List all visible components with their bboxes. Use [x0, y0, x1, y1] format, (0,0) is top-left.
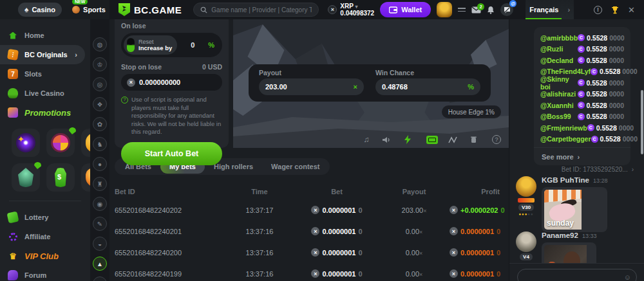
- chat-username[interactable]: KGB PuhTine: [542, 176, 589, 184]
- game-icon-2[interactable]: ♔: [93, 57, 107, 71]
- sidebar-item-home[interactable]: Home: [0, 26, 90, 45]
- winner-row[interactable]: @Boss99C0.55280000: [540, 111, 624, 123]
- reset-increase-toggle[interactable]: Reset Increase by: [124, 35, 177, 55]
- turbo-bolt-icon[interactable]: [404, 135, 416, 144]
- scrollbar[interactable]: [641, 90, 643, 154]
- table-row[interactable]: 65520168482240199 13:37:16 ×0.00000010 0…: [115, 263, 500, 281]
- avatar[interactable]: [516, 176, 536, 197]
- winner-row[interactable]: @RuzliC0.55280000: [540, 44, 624, 55]
- bc-shield-icon: [118, 3, 130, 16]
- chat-time: 13:28: [593, 177, 608, 184]
- user-avatar[interactable]: [437, 2, 452, 17]
- top-bar: ♠ Casino NEW Sports BC.GAME × XRP ▾ 0.: [0, 0, 644, 19]
- chat-toggle-button[interactable]: @: [500, 3, 513, 16]
- winner-row[interactable]: @XuannhiC0.55280000: [540, 100, 624, 111]
- tab-wager-contest[interactable]: Wager contest: [262, 159, 328, 174]
- trends-icon[interactable]: [448, 136, 460, 143]
- promo-spin-tile[interactable]: [12, 129, 40, 157]
- logo[interactable]: BC.GAME: [118, 3, 182, 16]
- info-icon[interactable]: !: [594, 6, 602, 14]
- table-row[interactable]: 65520168482240200 13:37:16 ×0.00000010 0…: [115, 242, 500, 263]
- promo-bonus-tile[interactable]: [46, 163, 75, 192]
- sidebar-item-slots[interactable]: 7 Slots: [0, 64, 90, 84]
- coin-icon: ×: [127, 78, 135, 87]
- sports-label: Sports: [83, 6, 106, 14]
- game-icon-6[interactable]: ♞: [93, 137, 107, 151]
- coin-icon: ×: [311, 206, 319, 214]
- search-icon: [200, 6, 207, 14]
- bcd-coin-icon: C: [591, 136, 598, 143]
- game-icon-rocket-active[interactable]: ▲: [93, 257, 107, 271]
- table-row[interactable]: 65520168482240202 13:37:17 ×0.00000010 2…: [115, 199, 500, 221]
- bcd-coin-icon: C: [578, 34, 585, 41]
- sidebar-item-label: BC Originals: [24, 51, 68, 59]
- start-auto-bet-button[interactable]: Start Auto Bet: [121, 142, 222, 165]
- increase-value[interactable]: 0: [177, 41, 208, 49]
- promo-wheel-tile[interactable]: [46, 129, 75, 157]
- winner-row[interactable]: @alishiraziC0.55280000: [540, 89, 624, 100]
- game-icon-7[interactable]: ●: [93, 157, 107, 171]
- game-icon-13[interactable]: ♣: [93, 276, 107, 281]
- game-icon-9[interactable]: ◉: [93, 197, 107, 211]
- menu-lines-icon[interactable]: [458, 8, 466, 12]
- win-chance-field[interactable]: 0.48768 %: [375, 78, 480, 95]
- game-icon-3[interactable]: ◎: [93, 77, 107, 91]
- game-icon-10[interactable]: ✎: [93, 217, 107, 231]
- casino-tab[interactable]: ♠ Casino: [18, 3, 62, 17]
- winner-row[interactable]: @amirbbbbC0.55280000: [540, 32, 624, 44]
- help-circle-icon[interactable]: ?: [492, 135, 504, 144]
- avatar[interactable]: [516, 231, 536, 252]
- payout-field[interactable]: 203.00 ×: [259, 78, 364, 95]
- see-more-button[interactable]: See more›: [534, 147, 630, 165]
- bet-id: 65520168482240200: [115, 249, 224, 257]
- bell-icon[interactable]: [487, 6, 495, 14]
- game-icon-1[interactable]: ◍: [93, 37, 107, 51]
- language-selector[interactable]: Français ›: [526, 0, 574, 19]
- chat-image[interactable]: sunday: [542, 187, 607, 232]
- on-lose-label: On lose: [121, 22, 222, 30]
- winner-row[interactable]: @DeclandC0.55280000: [540, 55, 624, 66]
- game-icon-4[interactable]: ❖: [93, 97, 107, 111]
- wallet-button[interactable]: Wallet: [380, 2, 431, 17]
- promotions-label: Promotions: [24, 108, 71, 118]
- bets-table: Bet ID Time Bet Payout Profit 6552016848…: [115, 184, 500, 281]
- winner-row[interactable]: @FrmjenriewbC0.55280000: [540, 122, 624, 134]
- sidebar-item-live-casino[interactable]: Live Casino: [0, 84, 90, 103]
- sidebar-item-vip-club[interactable]: ♛ VIP Club: [0, 246, 90, 266]
- game-icon-11[interactable]: ◒: [93, 237, 107, 251]
- sound-icon[interactable]: [383, 136, 394, 143]
- music-icon[interactable]: ♫: [361, 135, 372, 144]
- sidebar-item-forum[interactable]: Forum: [0, 266, 90, 281]
- emoji-icon[interactable]: ☺: [624, 273, 631, 281]
- col-bet: Bet: [295, 188, 379, 195]
- logo-text: BC.GAME: [134, 5, 182, 15]
- game-icon-8[interactable]: ♜: [93, 177, 107, 191]
- hotkeys-icon[interactable]: [426, 135, 438, 144]
- seed-icon[interactable]: [470, 136, 482, 143]
- search-input[interactable]: [211, 6, 312, 14]
- topbar-right: × XRP ▾ 0.04098372 Wallet 2: [328, 0, 644, 19]
- sports-tab[interactable]: NEW Sports: [66, 3, 112, 17]
- winner-row[interactable]: @Skinny boiC0.55280000: [540, 77, 624, 89]
- winner-row[interactable]: @CarpetbeggerC0.55280000: [540, 134, 624, 145]
- chat-input[interactable]: ☺: [517, 269, 637, 281]
- payout-value: 203.00: [265, 83, 287, 91]
- sidebar-item-affiliate[interactable]: Affiliate: [0, 227, 90, 246]
- bet-time: 13:37:16: [224, 270, 295, 278]
- bet-id-link[interactable]: Bet ID: 17335292520...›: [562, 166, 634, 173]
- sidebar-item-bc-originals[interactable]: BC Originals ›: [0, 45, 85, 64]
- hoodie-icon: [16, 168, 35, 187]
- close-icon[interactable]: ✕: [628, 5, 635, 15]
- table-row[interactable]: 65520168482240201 13:37:16 ×0.00000010 0…: [115, 221, 500, 242]
- trophy-icon[interactable]: [611, 6, 620, 14]
- bet-id: 65520168482240199: [115, 270, 224, 278]
- chat-username[interactable]: Paname92: [542, 231, 578, 239]
- sidebar-item-promotions[interactable]: Promotions: [0, 103, 90, 122]
- inbox-button[interactable]: 2: [471, 6, 481, 14]
- promo-rakeback-tile[interactable]: [12, 163, 40, 192]
- search-bar[interactable]: [193, 3, 319, 17]
- game-icon-5[interactable]: ✿: [93, 117, 107, 131]
- stop-amount-field[interactable]: × 0.000000000: [121, 74, 222, 91]
- currency-selector[interactable]: × XRP ▾ 0.04098372: [328, 3, 374, 17]
- sidebar-item-lottery[interactable]: Lottery: [0, 208, 90, 227]
